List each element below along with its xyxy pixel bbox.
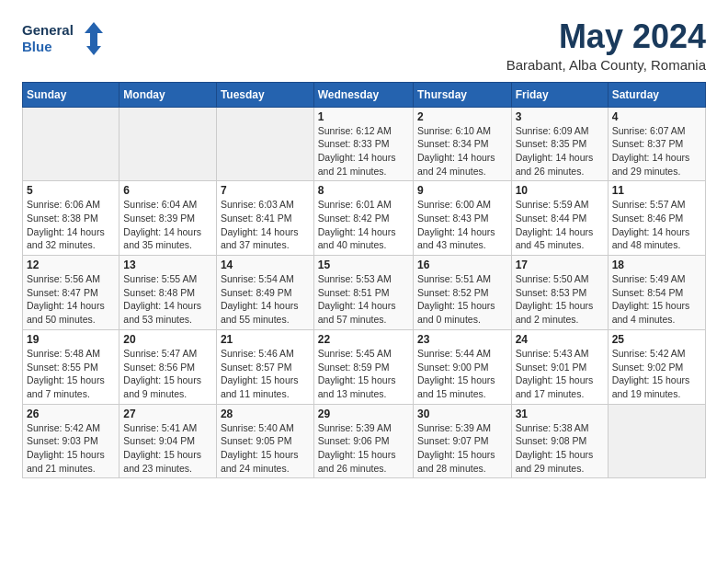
calendar-table: SundayMondayTuesdayWednesdayThursdayFrid…: [22, 82, 706, 479]
page-header: General Blue May 2024 Barabant, Alba Cou…: [22, 18, 706, 73]
day-number: 20: [123, 333, 212, 346]
day-info: Sunrise: 5:46 AM Sunset: 8:57 PM Dayligh…: [221, 347, 310, 401]
calendar-cell: 6Sunrise: 6:04 AM Sunset: 8:39 PM Daylig…: [119, 181, 217, 256]
day-number: 2: [417, 110, 507, 123]
col-header-wednesday: Wednesday: [313, 82, 413, 107]
week-row-2: 5Sunrise: 6:06 AM Sunset: 8:38 PM Daylig…: [23, 181, 706, 256]
calendar-cell: 4Sunrise: 6:07 AM Sunset: 8:37 PM Daylig…: [608, 107, 705, 181]
calendar-cell: 26Sunrise: 5:42 AM Sunset: 9:03 PM Dayli…: [23, 404, 119, 478]
calendar-cell: 7Sunrise: 6:03 AM Sunset: 8:41 PM Daylig…: [216, 181, 313, 256]
calendar-cell: 18Sunrise: 5:49 AM Sunset: 8:54 PM Dayli…: [608, 256, 705, 330]
col-header-friday: Friday: [511, 82, 608, 107]
week-row-5: 26Sunrise: 5:42 AM Sunset: 9:03 PM Dayli…: [23, 404, 706, 478]
calendar-cell: 12Sunrise: 5:56 AM Sunset: 8:47 PM Dayli…: [23, 256, 119, 330]
calendar-cell: 3Sunrise: 6:09 AM Sunset: 8:35 PM Daylig…: [511, 107, 608, 181]
day-number: 26: [27, 408, 115, 420]
week-row-3: 12Sunrise: 5:56 AM Sunset: 8:47 PM Dayli…: [23, 256, 706, 330]
title-block: May 2024 Barabant, Alba County, Romania: [506, 18, 706, 73]
location-subtitle: Barabant, Alba County, Romania: [506, 57, 706, 73]
days-header-row: SundayMondayTuesdayWednesdayThursdayFrid…: [23, 82, 706, 107]
day-info: Sunrise: 5:48 AM Sunset: 8:55 PM Dayligh…: [27, 347, 115, 401]
day-number: 16: [417, 259, 507, 271]
calendar-cell: 19Sunrise: 5:48 AM Sunset: 8:55 PM Dayli…: [23, 329, 119, 404]
calendar-cell: 27Sunrise: 5:41 AM Sunset: 9:04 PM Dayli…: [119, 404, 217, 478]
calendar-cell: 21Sunrise: 5:46 AM Sunset: 8:57 PM Dayli…: [216, 329, 313, 404]
day-info: Sunrise: 6:12 AM Sunset: 8:33 PM Dayligh…: [318, 124, 409, 178]
day-number: 3: [516, 110, 604, 123]
svg-marker-2: [85, 22, 103, 55]
day-number: 15: [318, 259, 409, 271]
day-number: 31: [516, 408, 604, 420]
day-info: Sunrise: 5:39 AM Sunset: 9:06 PM Dayligh…: [318, 421, 409, 476]
day-number: 7: [221, 184, 310, 197]
day-number: 1: [318, 110, 409, 123]
calendar-cell: 22Sunrise: 5:45 AM Sunset: 8:59 PM Dayli…: [313, 329, 413, 404]
day-number: 9: [417, 184, 507, 197]
week-row-4: 19Sunrise: 5:48 AM Sunset: 8:55 PM Dayli…: [23, 329, 706, 404]
col-header-sunday: Sunday: [23, 82, 119, 107]
svg-text:General: General: [22, 22, 74, 38]
day-info: Sunrise: 5:42 AM Sunset: 9:02 PM Dayligh…: [612, 347, 701, 401]
calendar-cell: 8Sunrise: 6:01 AM Sunset: 8:42 PM Daylig…: [313, 181, 413, 256]
calendar-cell: 10Sunrise: 5:59 AM Sunset: 8:44 PM Dayli…: [511, 181, 608, 256]
day-info: Sunrise: 5:43 AM Sunset: 9:01 PM Dayligh…: [516, 347, 604, 401]
day-number: 18: [612, 259, 701, 271]
day-number: 19: [27, 333, 115, 346]
day-info: Sunrise: 5:53 AM Sunset: 8:51 PM Dayligh…: [318, 272, 409, 327]
day-info: Sunrise: 5:54 AM Sunset: 8:49 PM Dayligh…: [221, 272, 310, 327]
week-row-1: 1Sunrise: 6:12 AM Sunset: 8:33 PM Daylig…: [23, 107, 706, 181]
calendar-cell: 20Sunrise: 5:47 AM Sunset: 8:56 PM Dayli…: [119, 329, 217, 404]
day-number: 4: [612, 110, 701, 123]
calendar-cell: [119, 107, 217, 181]
calendar-cell: 16Sunrise: 5:51 AM Sunset: 8:52 PM Dayli…: [413, 256, 511, 330]
day-info: Sunrise: 6:00 AM Sunset: 8:43 PM Dayligh…: [417, 198, 507, 252]
calendar-cell: 31Sunrise: 5:38 AM Sunset: 9:08 PM Dayli…: [511, 404, 608, 478]
day-info: Sunrise: 5:47 AM Sunset: 8:56 PM Dayligh…: [123, 347, 212, 401]
day-number: 13: [123, 259, 212, 271]
day-info: Sunrise: 5:40 AM Sunset: 9:05 PM Dayligh…: [221, 421, 310, 476]
day-number: 28: [221, 408, 310, 420]
day-number: 21: [221, 333, 310, 346]
day-number: 22: [318, 333, 409, 346]
calendar-cell: [23, 107, 119, 181]
day-info: Sunrise: 5:55 AM Sunset: 8:48 PM Dayligh…: [123, 272, 212, 327]
day-info: Sunrise: 6:06 AM Sunset: 8:38 PM Dayligh…: [27, 198, 115, 252]
calendar-cell: 24Sunrise: 5:43 AM Sunset: 9:01 PM Dayli…: [511, 329, 608, 404]
day-info: Sunrise: 6:10 AM Sunset: 8:34 PM Dayligh…: [417, 124, 507, 178]
calendar-cell: 9Sunrise: 6:00 AM Sunset: 8:43 PM Daylig…: [413, 181, 511, 256]
day-info: Sunrise: 5:39 AM Sunset: 9:07 PM Dayligh…: [417, 421, 507, 476]
calendar-cell: [608, 404, 705, 478]
calendar-cell: 17Sunrise: 5:50 AM Sunset: 8:53 PM Dayli…: [511, 256, 608, 330]
day-info: Sunrise: 5:45 AM Sunset: 8:59 PM Dayligh…: [318, 347, 409, 401]
day-info: Sunrise: 5:49 AM Sunset: 8:54 PM Dayligh…: [612, 272, 701, 327]
calendar-cell: 28Sunrise: 5:40 AM Sunset: 9:05 PM Dayli…: [216, 404, 313, 478]
col-header-monday: Monday: [119, 82, 217, 107]
day-number: 27: [123, 408, 212, 420]
day-number: 5: [27, 184, 115, 197]
day-info: Sunrise: 5:44 AM Sunset: 9:00 PM Dayligh…: [417, 347, 507, 401]
day-info: Sunrise: 5:38 AM Sunset: 9:08 PM Dayligh…: [516, 421, 604, 476]
month-title: May 2024: [506, 18, 706, 55]
day-info: Sunrise: 5:51 AM Sunset: 8:52 PM Dayligh…: [417, 272, 507, 327]
day-number: 6: [123, 184, 212, 197]
calendar-cell: 15Sunrise: 5:53 AM Sunset: 8:51 PM Dayli…: [313, 256, 413, 330]
day-info: Sunrise: 5:41 AM Sunset: 9:04 PM Dayligh…: [123, 421, 212, 476]
day-number: 12: [27, 259, 115, 271]
day-number: 8: [318, 184, 409, 197]
calendar-cell: 11Sunrise: 5:57 AM Sunset: 8:46 PM Dayli…: [608, 181, 705, 256]
day-info: Sunrise: 6:07 AM Sunset: 8:37 PM Dayligh…: [612, 124, 701, 178]
day-info: Sunrise: 5:50 AM Sunset: 8:53 PM Dayligh…: [516, 272, 604, 327]
logo-svg: General Blue: [22, 18, 105, 59]
col-header-tuesday: Tuesday: [216, 82, 313, 107]
day-number: 10: [516, 184, 604, 197]
calendar-cell: [216, 107, 313, 181]
day-number: 24: [516, 333, 604, 346]
day-info: Sunrise: 5:42 AM Sunset: 9:03 PM Dayligh…: [27, 421, 115, 476]
col-header-thursday: Thursday: [413, 82, 511, 107]
calendar-cell: 25Sunrise: 5:42 AM Sunset: 9:02 PM Dayli…: [608, 329, 705, 404]
calendar-cell: 30Sunrise: 5:39 AM Sunset: 9:07 PM Dayli…: [413, 404, 511, 478]
day-number: 17: [516, 259, 604, 271]
calendar-cell: 5Sunrise: 6:06 AM Sunset: 8:38 PM Daylig…: [23, 181, 119, 256]
day-number: 29: [318, 408, 409, 420]
calendar-cell: 29Sunrise: 5:39 AM Sunset: 9:06 PM Dayli…: [313, 404, 413, 478]
